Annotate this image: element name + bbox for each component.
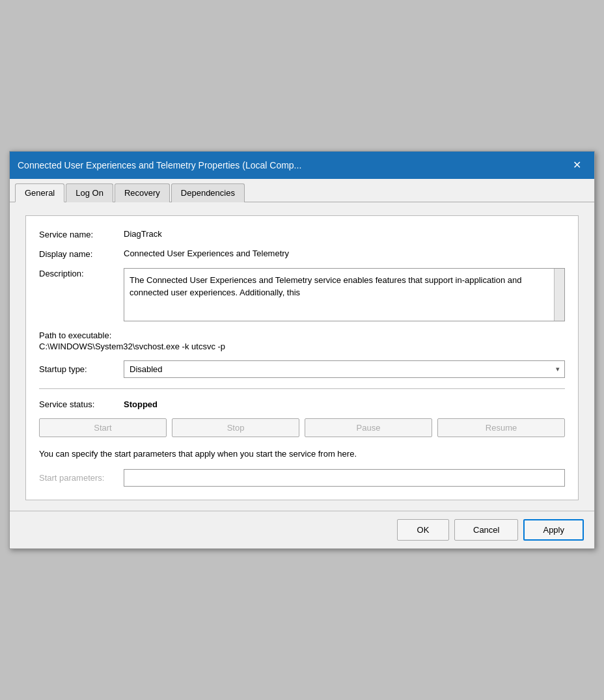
- tab-bar: General Log On Recovery Dependencies: [10, 179, 594, 202]
- general-panel: Service name: DiagTrack Display name: Co…: [25, 215, 579, 501]
- tab-content: Service name: DiagTrack Display name: Co…: [10, 202, 594, 511]
- close-button[interactable]: ✕: [567, 157, 586, 174]
- tab-logon[interactable]: Log On: [66, 183, 113, 202]
- tab-dependencies[interactable]: Dependencies: [171, 183, 245, 202]
- hint-text: You can specify the start parameters tha…: [39, 448, 565, 461]
- description-scrollbar[interactable]: [554, 269, 564, 321]
- apply-button[interactable]: Apply: [523, 519, 584, 541]
- startup-type-row: Startup type: Disabled Manual Automatic …: [39, 360, 565, 378]
- description-row: Description: The Connected User Experien…: [39, 268, 565, 321]
- startup-type-label: Startup type:: [39, 364, 124, 374]
- properties-window: Connected User Experiences and Telemetry…: [9, 151, 595, 550]
- stop-button[interactable]: Stop: [172, 418, 299, 437]
- service-name-label: Service name:: [39, 229, 124, 239]
- startup-type-wrapper: Disabled Manual Automatic Automatic (Del…: [124, 360, 565, 378]
- display-name-label: Display name:: [39, 249, 124, 259]
- service-status-row: Service status: Stopped: [39, 399, 565, 409]
- title-bar: Connected User Experiences and Telemetry…: [10, 152, 594, 179]
- display-name-value: Connected User Experiences and Telemetry: [124, 249, 565, 258]
- resume-button[interactable]: Resume: [437, 418, 565, 437]
- start-params-label: Start parameters:: [39, 473, 124, 483]
- path-label: Path to executable:: [39, 330, 565, 340]
- start-params-row: Start parameters:: [39, 469, 565, 487]
- start-params-input[interactable]: [124, 469, 565, 487]
- divider: [39, 388, 565, 389]
- service-name-row: Service name: DiagTrack: [39, 229, 565, 239]
- window-title: Connected User Experiences and Telemetry…: [18, 160, 301, 170]
- path-value: C:\WINDOWS\System32\svchost.exe -k utcsv…: [39, 342, 565, 351]
- path-section: Path to executable: C:\WINDOWS\System32\…: [39, 330, 565, 351]
- description-label: Description:: [39, 268, 124, 278]
- startup-type-select[interactable]: Disabled Manual Automatic Automatic (Del…: [124, 360, 565, 378]
- start-button[interactable]: Start: [39, 418, 167, 437]
- service-name-value: DiagTrack: [124, 229, 565, 239]
- pause-button[interactable]: Pause: [305, 418, 432, 437]
- service-status-label: Service status:: [39, 399, 124, 409]
- tab-recovery[interactable]: Recovery: [115, 183, 170, 202]
- ok-button[interactable]: OK: [397, 519, 449, 541]
- description-text: The Connected User Experiences and Telem…: [130, 275, 521, 298]
- cancel-button[interactable]: Cancel: [454, 519, 518, 541]
- description-box[interactable]: The Connected User Experiences and Telem…: [124, 268, 565, 321]
- service-action-buttons: Start Stop Pause Resume: [39, 418, 565, 437]
- tab-general[interactable]: General: [15, 183, 64, 202]
- service-status-value: Stopped: [124, 399, 158, 409]
- display-name-row: Display name: Connected User Experiences…: [39, 249, 565, 259]
- bottom-bar: OK Cancel Apply: [10, 511, 594, 548]
